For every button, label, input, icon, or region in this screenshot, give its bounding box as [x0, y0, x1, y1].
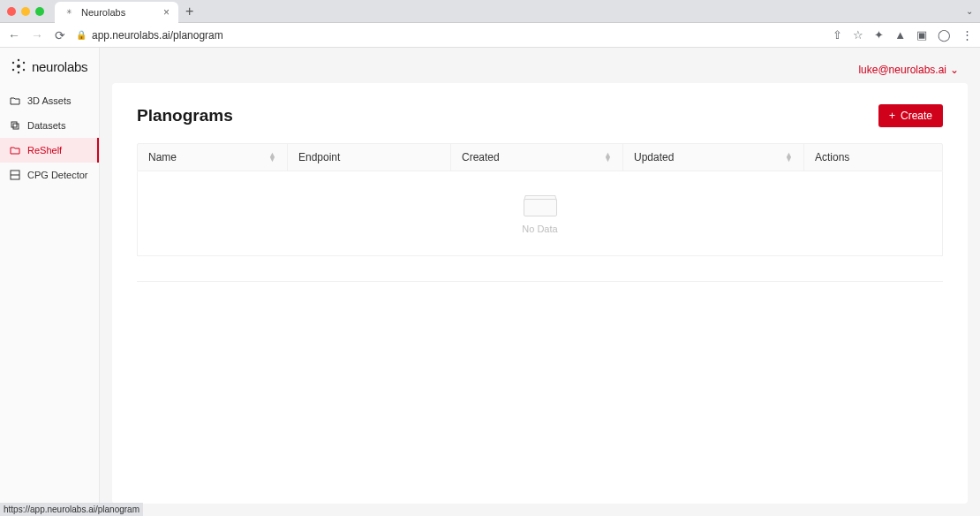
- tab-title: Neurolabs: [81, 7, 156, 18]
- sidebar-item-label: 3D Assets: [27, 95, 72, 106]
- sidebar: neurolabs 3D Assets Datasets ReShelf: [0, 48, 100, 516]
- extensions-icon[interactable]: ✦: [874, 28, 884, 42]
- empty-text: No Data: [522, 224, 557, 234]
- browser-toolbar-icons: ⇧ ☆ ✦ ▲ ▣ ◯ ⋮: [833, 28, 973, 42]
- plus-icon: +: [889, 110, 895, 122]
- tab-list-dropdown-icon[interactable]: ⌄: [966, 6, 973, 16]
- svg-rect-8: [13, 124, 19, 129]
- svg-point-5: [18, 59, 19, 61]
- column-label: Endpoint: [298, 151, 340, 163]
- svg-point-3: [12, 69, 14, 71]
- column-label: Created: [462, 151, 500, 163]
- window-controls: [7, 7, 44, 16]
- sidebar-item-3d-assets[interactable]: 3D Assets: [0, 88, 99, 113]
- user-bar: luke@neurolabs.ai ⌄: [112, 60, 968, 83]
- minimize-window-icon[interactable]: [21, 7, 30, 16]
- sidebar-item-reshelf[interactable]: ReShelf: [0, 138, 99, 163]
- bookmark-icon[interactable]: ☆: [853, 28, 863, 42]
- tab-favicon-icon: ✳: [64, 7, 74, 18]
- card-header: Planograms + Create: [137, 104, 943, 127]
- folder-icon: [10, 95, 20, 106]
- profile-icon[interactable]: ◯: [938, 28, 951, 42]
- close-tab-icon[interactable]: ×: [163, 6, 170, 19]
- sidebar-item-label: CPG Detector: [27, 170, 87, 180]
- main-content: luke@neurolabs.ai ⌄ Planograms + Create …: [100, 48, 980, 516]
- nav-list: 3D Assets Datasets ReShelf CPG Detector: [0, 88, 99, 187]
- share-icon[interactable]: ⇧: [833, 28, 842, 42]
- user-email-text: luke@neurolabs.ai: [858, 64, 946, 76]
- forward-button[interactable]: →: [30, 28, 44, 42]
- svg-rect-7: [11, 122, 17, 127]
- sidebar-item-label: ReShelf: [27, 145, 62, 156]
- content-card: Planograms + Create Name ▲▼ Endpoint Cre…: [112, 83, 968, 504]
- svg-point-1: [12, 62, 14, 64]
- column-header-actions: Actions: [804, 144, 942, 171]
- table-header-row: Name ▲▼ Endpoint Created ▲▼ Updated ▲▼ A…: [137, 143, 943, 171]
- panel-icon[interactable]: ▣: [916, 28, 927, 42]
- table-footer: [137, 281, 943, 282]
- create-button[interactable]: + Create: [878, 104, 943, 127]
- empty-state: No Data: [137, 171, 943, 256]
- copy-icon: [10, 120, 20, 131]
- sort-icon: ▲▼: [785, 153, 793, 162]
- svg-point-2: [23, 62, 25, 64]
- address-bar: ← → ⟳ 🔒 app.neurolabs.ai/planogram ⇧ ☆ ✦…: [0, 23, 980, 48]
- empty-inbox-icon: [524, 194, 557, 216]
- browser-tab-bar: ✳ Neurolabs × + ⌄: [0, 0, 980, 23]
- svg-point-0: [17, 64, 20, 68]
- column-header-endpoint[interactable]: Endpoint: [288, 144, 451, 171]
- svg-point-6: [18, 72, 19, 73]
- logo-mark-icon: [11, 58, 26, 74]
- url-text: app.neurolabs.ai/planogram: [92, 29, 223, 42]
- extension-icon[interactable]: ▲: [894, 28, 906, 42]
- reload-button[interactable]: ⟳: [53, 28, 67, 42]
- url-input[interactable]: 🔒 app.neurolabs.ai/planogram: [76, 29, 824, 42]
- scan-icon: [10, 170, 20, 180]
- create-button-label: Create: [901, 110, 932, 122]
- column-header-created[interactable]: Created ▲▼: [451, 144, 623, 171]
- page-title: Planograms: [137, 106, 233, 125]
- user-menu[interactable]: luke@neurolabs.ai ⌄: [858, 64, 959, 76]
- sort-icon: ▲▼: [268, 153, 276, 162]
- folder-icon: [10, 145, 20, 156]
- lock-icon: 🔒: [76, 30, 87, 40]
- chevron-down-icon: ⌄: [950, 64, 959, 76]
- column-label: Name: [148, 151, 177, 163]
- logo[interactable]: neurolabs: [0, 48, 99, 85]
- sidebar-item-datasets[interactable]: Datasets: [0, 113, 99, 138]
- column-header-name[interactable]: Name ▲▼: [138, 144, 288, 171]
- sidebar-item-label: Datasets: [27, 120, 65, 131]
- app-container: neurolabs 3D Assets Datasets ReShelf: [0, 48, 980, 516]
- svg-point-4: [23, 69, 25, 71]
- browser-status-bar: https://app.neurolabs.ai/planogram: [0, 503, 143, 516]
- column-label: Updated: [634, 151, 674, 163]
- close-window-icon[interactable]: [7, 7, 16, 16]
- column-label: Actions: [815, 151, 849, 163]
- maximize-window-icon[interactable]: [35, 7, 44, 16]
- menu-icon[interactable]: ⋮: [961, 28, 973, 42]
- logo-text: neurolabs: [32, 59, 87, 74]
- column-header-updated[interactable]: Updated ▲▼: [623, 144, 804, 171]
- sidebar-item-cpg-detector[interactable]: CPG Detector: [0, 163, 99, 187]
- browser-tab[interactable]: ✳ Neurolabs ×: [55, 2, 178, 23]
- new-tab-button[interactable]: +: [185, 4, 193, 19]
- back-button[interactable]: ←: [7, 28, 21, 42]
- sort-icon: ▲▼: [604, 153, 612, 162]
